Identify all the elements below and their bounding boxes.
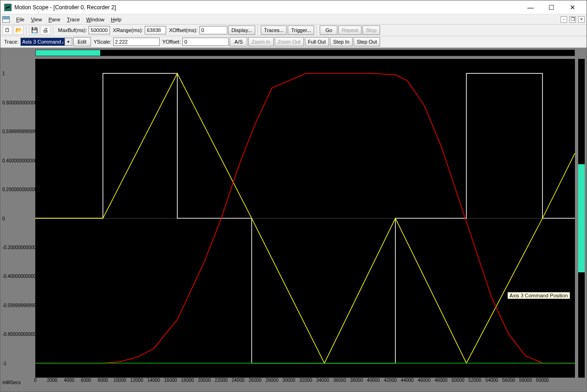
xoffset-input[interactable] [200,26,227,34]
y-tick: 0.599999999999999778 [0,129,35,134]
x-tick: 50000 [452,378,464,383]
go-button[interactable]: Go [320,26,337,35]
plot-canvas[interactable]: Axis 3 Command Position [35,59,575,378]
toolbar-main: MaxBuf(ms): XRange(ms): XOffset(ms): Dis… [0,25,587,36]
display-button[interactable]: Display... [228,26,255,35]
xrange-label: XRange(ms): [113,27,143,33]
print-button[interactable] [40,26,51,35]
x-tick: 58000 [519,378,532,383]
right-indicator [578,164,585,273]
trace-select[interactable] [20,38,65,46]
menu-bar: File View Pane Trace Window Help - ❐ × [0,14,587,25]
trace-label: Trace: [4,39,19,45]
yscale-label: YScale: [94,39,111,45]
maxbuf-label: MaxBuf(ms): [58,27,87,33]
x-tick: 56000 [502,378,515,383]
x-tick: 36000 [333,378,346,383]
x-tick: 28000 [265,378,278,383]
x-tick: 18000 [181,378,194,383]
x-tick: 2000 [47,378,57,383]
maximize-button[interactable]: ☐ [541,1,562,14]
x-tick: 16000 [164,378,177,383]
yoffset-label: YOffset: [162,39,181,45]
title-bar: Motion Scope - [Controller 0, Recorder 2… [0,0,587,14]
mdi-close-icon[interactable]: × [578,16,585,23]
mdi-minimize-icon[interactable]: - [561,16,567,23]
app-icon [4,4,12,11]
zoomin-button[interactable]: Zoom In [248,37,273,46]
x-tick: 38000 [350,378,363,383]
y-tick: 1 [0,71,35,76]
menu-pane[interactable]: Pane [45,16,63,23]
x-tick: 30000 [283,378,296,383]
y-tick: -1 [0,360,35,366]
save-button[interactable] [29,26,39,35]
y-tick: 0.800000000000004441 [0,100,35,105]
mdi-restore-icon[interactable]: ❐ [569,16,576,23]
new-button[interactable] [2,26,13,35]
curves-svg [35,59,575,378]
edit-button[interactable]: Edit [73,37,91,46]
yscale-input[interactable] [113,38,160,46]
y-tick: -0.200000000000000111 [0,244,35,250]
nav-strip[interactable] [35,50,575,56]
x-tick: 52000 [468,378,481,383]
y-tick: 0 [0,216,35,221]
y-tick: -0.599999999999999778 [0,302,35,308]
x-tick: 6000 [81,378,91,383]
menu-help[interactable]: Help [108,16,124,23]
minimize-button[interactable]: — [520,1,541,14]
yoffset-input[interactable] [182,38,229,46]
plot-area: 10.8000000000000044410.59999999999999977… [0,48,587,392]
toolbar-trace: Trace: ▼ Edit YScale: YOffset: A/S Zoom … [0,36,587,48]
x-tick: 54000 [485,378,498,383]
trace-dropdown-icon[interactable]: ▼ [65,38,72,46]
open-button[interactable] [13,26,24,35]
zoomout-button[interactable]: Zoom Out [275,37,304,46]
x-tick: 32000 [299,378,312,383]
y-axis-ticks: 10.8000000000000044410.59999999999999977… [0,59,35,378]
trigger-button[interactable]: Trigger... [288,26,314,35]
x-tick: 4000 [64,378,74,383]
fullout-button[interactable]: Full Out [305,37,329,46]
menu-window[interactable]: Window [84,16,107,23]
close-button[interactable]: ✕ [562,1,583,14]
y-tick: -0.400000000000000222 [0,274,35,279]
x-tick: 24000 [232,378,245,383]
x-tick: 60000 [536,378,549,383]
x-tick: 40000 [367,378,380,383]
y-tick: 0.200000000000000111 [0,187,35,192]
menu-app-icon [2,16,10,23]
window-title: Motion Scope - [Controller 0, Recorder 2… [14,4,520,11]
x-axis-label: milliSecs [2,380,20,385]
menu-file[interactable]: File [13,16,27,23]
nav-viewport[interactable] [36,50,100,56]
right-indicator-bar [578,59,585,378]
xrange-input[interactable] [145,26,166,34]
menu-trace[interactable]: Trace [64,16,83,23]
x-axis-ticks: 0200040006000800010000120001400016000180… [35,378,575,385]
stepin-button[interactable]: Step In [330,37,353,46]
x-tick: 14000 [147,378,160,383]
x-tick: 46000 [418,378,431,383]
stepout-button[interactable]: Step Out [354,37,380,46]
x-tick: 10000 [113,378,126,383]
as-button[interactable]: A/S [230,37,247,46]
x-tick: 42000 [384,378,397,383]
x-tick: 12000 [130,378,143,383]
x-tick: 34000 [316,378,329,383]
x-tick: 26000 [249,378,262,383]
traces-button[interactable]: Traces... [261,26,287,35]
x-tick: 22000 [215,378,228,383]
xoffset-label: XOffset(ms): [169,27,198,33]
menu-view[interactable]: View [28,16,45,23]
y-tick: 0.400000000000000222 [0,158,35,163]
stop-button[interactable]: Stop [362,26,380,35]
x-tick: 48000 [435,378,448,383]
x-tick: 44000 [401,378,414,383]
x-tick: 0 [34,378,37,383]
repeat-button[interactable]: Repeat [338,26,361,35]
y-tick: -0.800000000000004441 [0,332,35,337]
x-tick: 20000 [198,378,211,383]
maxbuf-input[interactable] [89,26,110,34]
